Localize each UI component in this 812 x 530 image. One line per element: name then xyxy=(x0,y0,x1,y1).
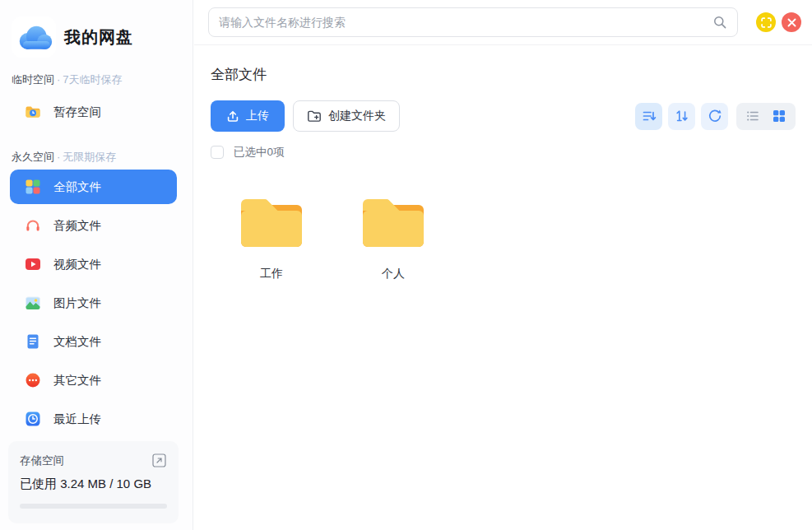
folder-tile-work[interactable]: 工作 xyxy=(211,199,332,281)
sort-list-button[interactable] xyxy=(635,103,662,130)
upload-button[interactable]: 上传 xyxy=(211,100,285,132)
folder-icon xyxy=(241,199,302,247)
fullscreen-icon xyxy=(761,17,772,28)
sidebar-item-label: 文档文件 xyxy=(53,334,101,350)
sidebar-item-label: 全部文件 xyxy=(53,179,101,195)
list-view-button[interactable] xyxy=(742,105,763,127)
temp-folder-icon xyxy=(25,104,41,120)
search-box xyxy=(208,7,738,37)
folder-icon xyxy=(363,199,424,247)
upload-icon xyxy=(226,109,239,123)
sidebar-item-label: 视频文件 xyxy=(53,257,101,272)
cloud-icon xyxy=(15,21,53,53)
view-toggle xyxy=(736,103,796,130)
section-note: 7天临时保存 xyxy=(63,73,122,86)
section-temp-space: 临时空间·7天临时保存 xyxy=(0,72,193,87)
app-window: 我的网盘 临时空间·7天临时保存 暂存空间 永久空间·无限期保存 xyxy=(0,0,812,530)
document-icon xyxy=(25,333,41,350)
create-folder-button[interactable]: 创建文件夹 xyxy=(293,100,400,132)
sidebar-item-temp-storage[interactable]: 暂存空间 xyxy=(10,95,177,128)
search-input[interactable] xyxy=(219,16,712,29)
sidebar-item-label: 最近上传 xyxy=(53,411,101,427)
sidebar-item-audio-files[interactable]: 音频文件 xyxy=(10,208,177,243)
app-title: 我的网盘 xyxy=(64,26,133,49)
folder-name: 工作 xyxy=(260,267,283,281)
page-title: 全部文件 xyxy=(211,65,796,84)
section-separator: · xyxy=(57,151,60,163)
create-folder-button-label: 创建文件夹 xyxy=(328,109,386,123)
sidebar-item-all-files[interactable]: 全部文件 xyxy=(10,170,177,204)
search-icon[interactable] xyxy=(712,15,727,30)
sort-order-button[interactable] xyxy=(668,103,695,130)
folder-tile-personal[interactable]: 个人 xyxy=(332,199,454,281)
sidebar-item-image-files[interactable]: 图片文件 xyxy=(10,286,177,320)
section-label: 临时空间 xyxy=(12,73,54,86)
refresh-icon xyxy=(708,109,722,123)
clock-icon xyxy=(25,411,41,427)
select-all-checkbox[interactable] xyxy=(211,146,224,159)
actions-toolbar: 上传 创建文件夹 xyxy=(211,100,796,132)
video-play-icon xyxy=(25,256,41,272)
storage-expand-button[interactable] xyxy=(151,453,167,468)
storage-progress-bar xyxy=(20,504,167,509)
storage-title: 存储空间 xyxy=(20,453,64,468)
list-view-icon xyxy=(745,109,760,123)
close-icon xyxy=(787,18,796,27)
section-perm-space: 永久空间·无限期保存 xyxy=(0,150,193,165)
sidebar-item-label: 图片文件 xyxy=(53,295,101,311)
close-button[interactable] xyxy=(782,12,801,32)
sidebar-item-label: 其它文件 xyxy=(53,373,101,388)
folder-plus-icon xyxy=(307,109,322,123)
sidebar-item-video-files[interactable]: 视频文件 xyxy=(10,247,177,281)
sort-list-icon xyxy=(642,109,657,123)
maximize-button[interactable] xyxy=(756,12,776,32)
headphones-icon xyxy=(25,217,41,234)
sidebar-item-other-files[interactable]: 其它文件 xyxy=(10,363,177,398)
folder-name: 个人 xyxy=(382,267,405,281)
storage-usage-text: 已使用 3.24 MB / 10 GB xyxy=(20,477,167,492)
external-link-icon xyxy=(152,453,166,467)
section-label: 永久空间 xyxy=(12,151,54,163)
sidebar-item-label: 暂存空间 xyxy=(53,105,101,120)
sidebar-item-label: 音频文件 xyxy=(53,218,101,234)
sidebar-item-doc-files[interactable]: 文档文件 xyxy=(10,324,177,359)
grid-view-icon xyxy=(772,109,786,123)
other-dots-icon xyxy=(25,372,41,388)
selection-count-label: 已选中0项 xyxy=(234,145,285,160)
app-logo-row: 我的网盘 xyxy=(0,0,193,58)
picture-icon xyxy=(25,295,41,311)
sidebar-nav: 全部文件 音频文件 视 xyxy=(0,170,193,436)
grid-view-button[interactable] xyxy=(768,105,790,127)
sidebar: 我的网盘 临时空间·7天临时保存 暂存空间 永久空间·无限期保存 xyxy=(0,0,193,530)
section-note: 无限期保存 xyxy=(63,151,116,163)
selection-row: 已选中0项 xyxy=(211,145,796,160)
storage-card: 存储空间 已使用 3.24 MB / 10 GB xyxy=(8,441,179,523)
refresh-button[interactable] xyxy=(701,103,728,130)
grid-color-icon xyxy=(25,179,41,195)
content: 全部文件 上传 创建文件夹 xyxy=(194,65,812,281)
topbar xyxy=(194,0,812,45)
sidebar-item-recent-uploads[interactable]: 最近上传 xyxy=(10,402,177,436)
upload-button-label: 上传 xyxy=(246,109,269,123)
main-area: 全部文件 上传 创建文件夹 xyxy=(194,0,812,530)
cloud-logo xyxy=(12,16,56,58)
section-separator: · xyxy=(57,73,60,86)
file-grid: 工作 个人 xyxy=(211,199,796,281)
sort-number-icon xyxy=(675,109,689,123)
